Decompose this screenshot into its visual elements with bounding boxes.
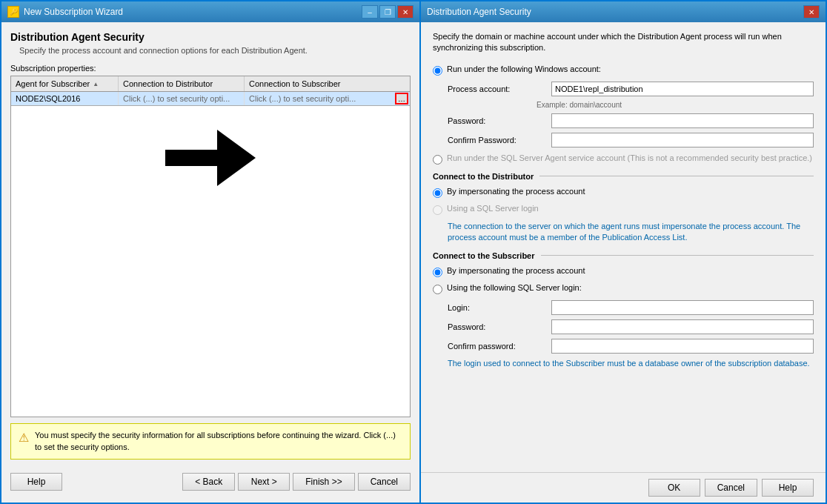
login-row: Login: xyxy=(448,300,814,315)
confirm-password-label: Confirm Password: xyxy=(448,136,551,145)
distributor-header-line: Connect to the Distributor xyxy=(433,172,814,181)
col-header-subscriber: Connection to Subscriber xyxy=(245,76,410,91)
ellipsis-button[interactable]: … xyxy=(395,93,408,105)
impersonate-subscriber-radio-row: By impersonating the process account xyxy=(433,266,814,277)
right-arrow xyxy=(165,130,256,186)
finish-button[interactable]: Finish >> xyxy=(293,473,354,491)
ok-button[interactable]: OK xyxy=(648,479,700,497)
confirm-password-sub-input[interactable] xyxy=(551,339,814,354)
cell-distributor: Click (...) to set security opti... xyxy=(119,92,245,105)
arrow-shaft xyxy=(165,150,217,166)
sql-agent-radio[interactable] xyxy=(433,155,442,165)
sql-login-subscriber-radio[interactable] xyxy=(433,285,442,294)
help-right-button[interactable]: Help xyxy=(762,479,814,497)
windows-account-section: Run under the following Windows account:… xyxy=(433,64,814,147)
back-button[interactable]: < Back xyxy=(182,473,235,491)
sql-login-distributor-label: Using a SQL Server login xyxy=(447,204,539,213)
impersonate-distributor-radio-row: By impersonating the process account xyxy=(433,187,814,198)
right-close-button[interactable]: ✕ xyxy=(803,5,820,19)
windows-account-radio-row: Run under the following Windows account: xyxy=(433,64,814,76)
distributor-section: Connect to the Distributor By impersonat… xyxy=(433,172,814,244)
right-bottom-buttons: OK Cancel Help xyxy=(421,472,826,503)
password-sub-row: Password: xyxy=(448,319,814,334)
password-sub-input[interactable] xyxy=(551,319,814,334)
confirm-password-sub-row: Confirm password: xyxy=(448,339,814,354)
cancel-button[interactable]: Cancel xyxy=(358,473,411,491)
windows-account-label: Run under the following Windows account: xyxy=(447,64,601,73)
subscriber-section: Connect to the Subscriber By impersonati… xyxy=(433,251,814,369)
warning-box: ⚠ You must specify the security informat… xyxy=(10,423,411,460)
close-button[interactable]: ✕ xyxy=(397,5,414,19)
impersonate-subscriber-label: By impersonating the process account xyxy=(447,266,585,275)
subscriber-info-text: The login used to connect to the Subscri… xyxy=(448,358,814,369)
windows-account-radio[interactable] xyxy=(433,66,442,76)
distributor-rule xyxy=(539,176,814,176)
arrow-head xyxy=(217,130,256,186)
right-window-title: Distribution Agent Security xyxy=(427,7,531,17)
impersonate-subscriber-radio[interactable] xyxy=(433,268,442,277)
password-sub-label: Password: xyxy=(448,322,551,331)
subscription-table: Agent for Subscriber ▲ Connection to Dis… xyxy=(10,76,411,417)
password-row: Password: xyxy=(448,113,814,128)
next-button[interactable]: Next > xyxy=(238,473,290,491)
password-input[interactable] xyxy=(551,113,814,128)
confirm-password-sub-label: Confirm password: xyxy=(448,342,551,351)
impersonate-distributor-radio[interactable] xyxy=(433,188,442,198)
confirm-password-input[interactable] xyxy=(551,133,814,147)
cell-subscriber: Click (...) to set security opti... … xyxy=(245,92,410,105)
password-label: Password: xyxy=(448,116,551,125)
table-row[interactable]: NODE2\SQL2016 Click (...) to set securit… xyxy=(11,92,410,106)
sql-login-distributor-radio[interactable] xyxy=(433,205,442,215)
left-window-content: Distribution Agent Security Specify the … xyxy=(1,22,419,503)
subscriber-header-line: Connect to the Subscriber xyxy=(433,251,814,260)
cancel-right-button[interactable]: Cancel xyxy=(705,479,757,497)
table-header: Agent for Subscriber ▲ Connection to Dis… xyxy=(11,76,410,92)
intro-text: Specify the domain or machine account un… xyxy=(433,31,814,54)
col-header-distributor: Connection to Distributor xyxy=(119,76,245,91)
arrow-area xyxy=(11,106,410,210)
sql-agent-label: Run under the SQL Server Agent service a… xyxy=(447,153,812,162)
subscriber-header-text: Connect to the Subscriber xyxy=(433,251,541,260)
sql-login-distributor-radio-row: Using a SQL Server login xyxy=(433,204,814,215)
left-titlebar: 🔑 New Subscription Wizard – ❐ ✕ xyxy=(1,1,419,22)
process-account-label: Process account: xyxy=(448,84,551,93)
confirm-password-row: Confirm Password: xyxy=(448,133,814,147)
section-title: Distribution Agent Security xyxy=(10,31,411,43)
login-label: Login: xyxy=(448,303,551,312)
col-header-agent: Agent for Subscriber ▲ xyxy=(11,76,119,91)
left-window: 🔑 New Subscription Wizard – ❐ ✕ Distribu… xyxy=(0,0,421,504)
sql-agent-radio-row: Run under the SQL Server Agent service a… xyxy=(433,153,814,165)
login-input[interactable] xyxy=(551,300,814,315)
process-account-row: Process account: xyxy=(448,82,814,96)
sort-icon-agent: ▲ xyxy=(93,81,99,87)
distributor-info-text: The connection to the server on which th… xyxy=(448,221,814,244)
table-label: Subscription properties: xyxy=(10,64,411,73)
cell-agent: NODE2\SQL2016 xyxy=(11,92,119,105)
sql-login-subscriber-radio-row: Using the following SQL Server login: xyxy=(433,283,814,294)
distributor-header-text: Connect to the Distributor xyxy=(433,172,539,181)
process-account-hint: Example: domain\account xyxy=(537,101,814,109)
left-window-title: New Subscription Wizard xyxy=(24,7,123,17)
titlebar-controls: – ❐ ✕ xyxy=(362,5,414,19)
warning-icon: ⚠ xyxy=(19,431,29,445)
right-window-content: Specify the domain or machine account un… xyxy=(421,22,826,472)
sql-login-subscriber-label: Using the following SQL Server login: xyxy=(447,283,582,292)
process-account-input[interactable] xyxy=(551,82,814,96)
titlebar-left: 🔑 New Subscription Wizard xyxy=(7,6,123,18)
restore-button[interactable]: ❐ xyxy=(379,5,396,19)
window-icon: 🔑 xyxy=(7,6,19,18)
right-titlebar: Distribution Agent Security ✕ xyxy=(421,1,826,22)
warning-text: You must specify the security informatio… xyxy=(35,430,402,453)
impersonate-distributor-label: By impersonating the process account xyxy=(447,187,585,196)
navigation-buttons: < Back Next > Finish >> Cancel xyxy=(182,473,411,491)
bottom-buttons: Help < Back Next > Finish >> Cancel xyxy=(10,467,411,494)
minimize-button[interactable]: – xyxy=(362,5,378,19)
subscriber-rule xyxy=(541,255,814,256)
help-button[interactable]: Help xyxy=(10,473,62,491)
section-subtitle: Specify the process account and connecti… xyxy=(10,46,411,55)
right-window: Distribution Agent Security ✕ Specify th… xyxy=(421,0,827,504)
